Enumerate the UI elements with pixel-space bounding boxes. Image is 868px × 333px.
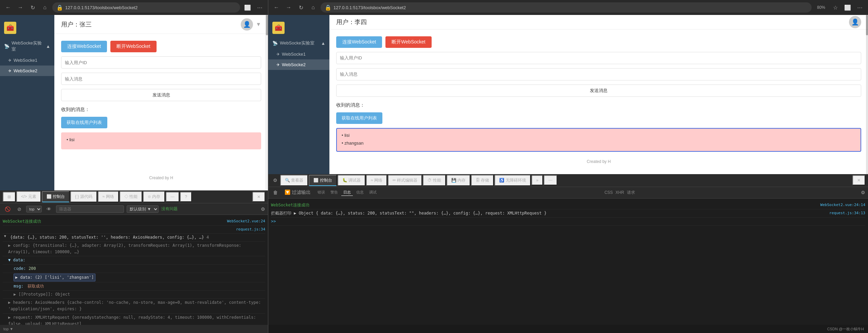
right-tab-more[interactable]: » [531,175,543,185]
url-bar-right[interactable]: 🔒 127.0.0.1:5173/toolsbox/webSocket2 [321,2,812,13]
left-disconnect-btn[interactable]: 断开WebSocket [110,41,156,52]
right-tab-memory[interactable]: 💾 内存 [447,175,470,186]
expand-btn-1[interactable]: ▼ [3,234,7,238]
url-bar-left[interactable]: 🔒 127.0.0.1:5173/toolsbox/webSocket2 [52,2,240,13]
back-button[interactable]: ← [3,3,13,12]
left-userid-input[interactable] [61,56,261,69]
right-tab-network[interactable]: ≈ 网络 [366,175,387,186]
right-tab-style[interactable]: ✏ 样式编辑器 [388,175,422,186]
left-devtools-bottom: top ▼ [0,325,268,333]
log-level-error[interactable]: 错误 [315,189,327,196]
log-level-info[interactable]: 信息 [354,189,366,196]
log-level-debug[interactable]: 调试 [367,189,379,196]
right-interceptor-text: 拦截器打印 ▶ Object { data: {…}, status: 200,… [271,210,546,217]
left-app-content: 🧰 📡 WebSocke实验室 ▲ ✈ WebSocke1 ✈ WebSocke… [0,15,268,190]
right-scrollbar-thumb[interactable] [866,15,868,35]
devtool-tab-more[interactable]: ⋯ [166,192,179,202]
pause-btn[interactable]: ⊘ [15,205,23,213]
right-tab-options[interactable]: ⋯ [544,175,557,185]
devtool-tab-memory[interactable]: ⊙ 内存 [143,191,165,202]
right-connect-btn[interactable]: 连接WebSocket [336,36,382,48]
devtool-tab-elements[interactable]: </> 元素 [16,191,41,202]
extensions-button[interactable]: ⬜ [243,3,252,12]
right-user-item-1: • zhangsan [342,139,856,147]
left-send-btn[interactable]: 发送消息 [61,89,261,101]
log-level-log[interactable]: 日志 [341,189,353,196]
left-devtools-console[interactable]: WebSocket连接成功 WebSocket2.vue:24 request.… [0,215,268,325]
right-home-button[interactable]: ⌂ [308,3,318,12]
right-disconnect-btn[interactable]: 断开WebSocket [385,36,431,48]
right-get-users-btn[interactable]: 获取在线用户列表 [336,112,382,124]
right-console-content[interactable]: WebSocket连接成功 WebSocket2.vue:24:14 拦截器打印… [268,199,868,325]
devtool-close-btn[interactable]: ✕ [252,192,265,202]
right-console-link-0[interactable]: WebSocket2.vue:24:14 [820,202,865,208]
right-userid-input[interactable] [336,52,861,64]
console-req2: ▶ request: XMLHttpRequest {onreadystatec… [3,314,265,325]
left-get-users-btn[interactable]: 获取在线用户列表 [61,117,107,128]
left-scrollbar-thumb[interactable] [266,15,268,35]
forward-button[interactable]: → [16,3,25,12]
more-button[interactable]: ⋯ [255,3,265,12]
right-tab-performance[interactable]: ⏱ 性能 [423,175,446,186]
right-tab-storage[interactable]: 🗄 存储 [471,175,494,186]
left-devtools-toolbar: 🚫 ⊘ top 👁 默认级别 ▼ 没有问题 ⚙ [0,203,268,215]
right-devtools: ⚙ 🔍 查看器 ⬜ 控制台 🐛 调试器 ≈ 网络 ✏ 样式编辑器 ⏱ 性能 💾 … [268,174,868,333]
right-tab-accessibility[interactable]: ♿ 无障碍环境 [494,175,530,186]
frame-selector[interactable]: top [26,206,42,212]
right-console-settings[interactable]: ⚙ [861,190,865,195]
right-sidebar-item-ws1[interactable]: ✈ WebSocke1 [268,49,329,59]
right-footer-text: CSDN @一枚小蜗牛H [827,327,864,332]
sidebar-item-websocket1[interactable]: ✈ WebSocke1 [0,55,54,66]
right-refresh-button[interactable]: ↻ [296,3,306,12]
right-lab-icon: 📡 [272,41,278,46]
devtool-tab-welcome[interactable]: ⊞ [3,192,16,202]
console-line-0: WebSocket连接成功 WebSocket2.vue:24 [3,218,265,226]
right-sidebar-item-ws2[interactable]: ✈ WebSocke2 [268,59,329,70]
right-extensions-btn[interactable]: ⬜ [843,3,852,12]
toolbox-icon: 🧰 [4,22,16,34]
right-tab-inspector[interactable]: 🔍 查看器 [280,175,308,186]
left-user-title: 用户：张三 [61,20,92,29]
refresh-button[interactable]: ↻ [28,3,37,12]
log-level-select[interactable]: 默认级别 ▼ [127,205,159,213]
right-sidebar-section-lab[interactable]: 📡 WebSocke实验室 ▲ [268,37,329,49]
right-console-line-2: >> [271,218,865,226]
right-console-input[interactable]: >> [271,218,276,225]
home-button[interactable]: ⌂ [40,3,50,12]
devtool-tab-help[interactable]: ? [180,192,192,202]
right-back-button[interactable]: ← [272,3,281,12]
left-message-input[interactable] [61,73,261,85]
log-level-warning[interactable]: 警告 [328,189,340,196]
devtool-tab-performance[interactable]: ◇ 性能 [120,191,142,202]
left-header-more[interactable]: ▼ [256,21,261,27]
no-issues-badge: 没有问题 [161,206,178,212]
console-link-0[interactable]: WebSocket2.vue:24 [227,218,265,224]
right-send-btn[interactable]: 发送消息 [336,85,861,97]
sidebar-item-websocket2[interactable]: ✈ WebSocke2 [0,66,54,76]
right-forward-button[interactable]: → [284,3,293,12]
right-tab-debugger[interactable]: 🐛 调试器 [338,175,365,186]
right-devtools-close[interactable]: ✕ [852,175,865,185]
right-message-input[interactable] [336,68,861,80]
right-filter-btn[interactable]: 🔽 过滤输出 [283,188,313,197]
right-console-link-1[interactable]: request.js:34:13 [829,210,865,216]
devtool-tab-console[interactable]: ⬜ 控制台 [42,191,70,202]
console-filter-input[interactable] [56,205,124,213]
right-trash-btn[interactable]: 🗑 [271,189,280,196]
sidebar-section-lab[interactable]: 📡 WebSocke实验室 ▲ [0,37,54,55]
right-paper-plane-2: ✈ [276,62,280,67]
devtool-tab-sources[interactable]: { } 源代码 [70,191,97,202]
right-more-btn[interactable]: ⋯ [855,3,865,12]
left-connect-btn[interactable]: 连接WebSocket [61,41,107,52]
devtools-settings-btn[interactable]: ⚙ [261,206,265,212]
console-link-request[interactable]: request.js:34 [236,226,265,233]
right-devtools-settings[interactable]: ⚙ [271,177,279,184]
console-line-req2: ▶ request: XMLHttpRequest {onreadystatec… [3,314,265,325]
eye-btn[interactable]: 👁 [44,205,53,213]
clear-console-btn[interactable]: 🚫 [3,205,13,213]
devtool-tab-network[interactable]: ≈ 网络 [98,191,119,202]
right-bookmark-btn[interactable]: ☆ [831,3,840,12]
left-browser-window: ← → ↻ ⌂ 🔒 127.0.0.1:5173/toolsbox/webSoc… [0,0,268,333]
console-line-data: ▼ data: [3,256,265,264]
right-tab-console[interactable]: ⬜ 控制台 [309,175,337,186]
